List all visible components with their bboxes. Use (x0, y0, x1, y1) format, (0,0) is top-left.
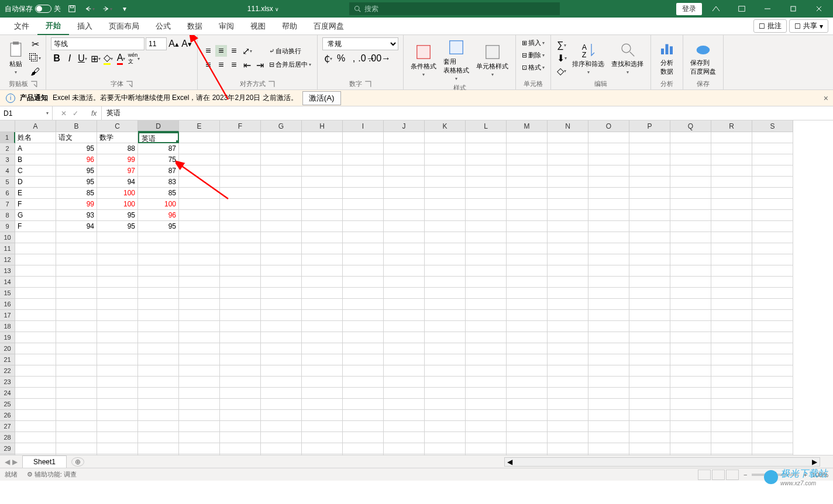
cell[interactable] (302, 410, 343, 421)
cell[interactable] (302, 199, 343, 210)
percent-icon[interactable]: % (335, 53, 347, 64)
cell[interactable] (752, 210, 793, 221)
cell[interactable] (548, 388, 588, 399)
cell[interactable] (466, 165, 507, 177)
cell[interactable] (548, 277, 588, 288)
cell[interactable] (711, 365, 752, 377)
cell[interactable] (220, 310, 261, 321)
cell[interactable] (670, 432, 711, 443)
close-icon[interactable]: × (824, 94, 828, 103)
cell[interactable] (97, 243, 138, 254)
cell[interactable] (261, 199, 302, 210)
cell[interactable] (548, 188, 588, 199)
cell[interactable] (138, 288, 179, 299)
cell[interactable] (588, 343, 629, 354)
cell[interactable] (97, 354, 138, 365)
row-header[interactable]: 7 (0, 199, 15, 210)
cell[interactable] (179, 143, 220, 154)
cell[interactable] (548, 254, 588, 265)
cell[interactable] (56, 388, 97, 399)
cell[interactable] (670, 399, 711, 410)
cell[interactable] (384, 243, 425, 254)
cell[interactable] (548, 221, 588, 232)
sheet-prev-icon[interactable]: ◀ (5, 458, 10, 466)
number-format-select[interactable]: 常规 (322, 37, 398, 50)
cell[interactable] (670, 321, 711, 332)
cell[interactable] (752, 165, 793, 177)
autosave-toggle[interactable]: 自动保存 关 (5, 4, 61, 14)
cell[interactable] (220, 288, 261, 299)
cell[interactable] (384, 354, 425, 365)
cell[interactable] (507, 188, 548, 199)
cell[interactable]: 88 (97, 143, 138, 154)
cell[interactable]: 99 (97, 154, 138, 165)
cell[interactable] (588, 443, 629, 454)
cell[interactable] (384, 132, 425, 143)
cell[interactable] (261, 277, 302, 288)
cell[interactable] (220, 421, 261, 432)
cell[interactable] (261, 332, 302, 343)
col-header[interactable]: H (302, 120, 343, 132)
cell[interactable] (752, 443, 793, 454)
cell[interactable] (179, 232, 220, 243)
cell[interactable] (466, 365, 507, 377)
cell[interactable] (343, 154, 384, 165)
cell[interactable] (588, 432, 629, 443)
cell[interactable] (56, 432, 97, 443)
cell[interactable] (548, 154, 588, 165)
cell[interactable] (752, 288, 793, 299)
cell[interactable] (261, 232, 302, 243)
activate-button[interactable]: 激活(A) (302, 91, 341, 105)
cell[interactable] (261, 154, 302, 165)
cell[interactable] (15, 310, 56, 321)
cell[interactable] (507, 410, 548, 421)
cell[interactable] (548, 232, 588, 243)
cell[interactable] (302, 288, 343, 299)
cell[interactable]: 数学 (97, 132, 138, 143)
cell[interactable] (752, 377, 793, 388)
cell[interactable] (588, 232, 629, 243)
cell[interactable] (97, 277, 138, 288)
cell[interactable] (548, 365, 588, 377)
cell[interactable] (56, 343, 97, 354)
cell[interactable] (507, 221, 548, 232)
cell[interactable] (302, 243, 343, 254)
delete-cells-button[interactable]: ⊟ 删除 ▾ (521, 50, 546, 61)
cell[interactable] (56, 421, 97, 432)
cell[interactable] (261, 143, 302, 154)
cell[interactable] (56, 277, 97, 288)
cell[interactable] (548, 410, 588, 421)
cell[interactable] (466, 199, 507, 210)
cell[interactable]: 96 (138, 210, 179, 221)
cell[interactable] (384, 288, 425, 299)
cell[interactable] (670, 177, 711, 188)
cell[interactable] (752, 243, 793, 254)
currency-icon[interactable]: ₵▾ (322, 53, 334, 64)
cell[interactable] (711, 399, 752, 410)
cell[interactable] (466, 243, 507, 254)
cell[interactable] (179, 399, 220, 410)
font-color-icon[interactable]: A▾ (115, 53, 127, 64)
cell[interactable] (15, 343, 56, 354)
cell[interactable] (507, 265, 548, 277)
cell[interactable] (384, 421, 425, 432)
fill-icon[interactable]: ⬇▾ (556, 52, 567, 64)
row-header[interactable]: 6 (0, 188, 15, 199)
cell[interactable] (97, 321, 138, 332)
cell[interactable] (629, 277, 670, 288)
cell[interactable] (56, 288, 97, 299)
cell[interactable] (384, 410, 425, 421)
cell[interactable] (343, 177, 384, 188)
cell[interactable] (220, 354, 261, 365)
cell[interactable] (711, 199, 752, 210)
cell[interactable] (97, 232, 138, 243)
cell[interactable] (343, 410, 384, 421)
cell[interactable] (466, 354, 507, 365)
cell[interactable] (507, 443, 548, 454)
cell[interactable] (138, 232, 179, 243)
cell[interactable] (97, 443, 138, 454)
cell[interactable] (425, 321, 466, 332)
dialog-launcher-icon[interactable] (30, 81, 37, 88)
cell[interactable] (179, 299, 220, 310)
cell[interactable] (138, 365, 179, 377)
